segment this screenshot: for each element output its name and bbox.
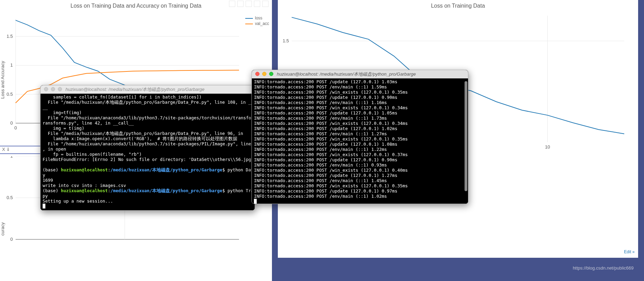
close-icon[interactable] [255,72,259,76]
terminal-left-titlebar[interactable]: huzixuan@localhost: /media/huzixuan/本地磁盘… [41,85,255,94]
svg-text:1: 1 [10,156,13,159]
svg-text:1.5: 1.5 [7,34,13,39]
terminal-left-body[interactable]: samples = collate_fn([dataset[i] for i i… [41,94,255,211]
terminal-right[interactable]: huzixuan@localhost: /media/huzixuan/本地磁盘… [252,70,468,204]
svg-text:curacy: curacy [0,222,5,236]
svg-text:1.5: 1.5 [283,38,289,43]
plotly-toolbar[interactable] [229,1,268,7]
svg-text:10: 10 [545,144,550,150]
maximize-icon[interactable] [58,87,62,91]
terminal-left[interactable]: huzixuan@localhost: /media/huzixuan/本地磁盘… [40,85,255,211]
scrollbar[interactable] [465,81,467,191]
svg-text:Loss and Accuracy: Loss and Accuracy [0,61,5,99]
watermark: https://blog.csdn.net/public669 [573,265,634,271]
terminal-right-titlebar[interactable]: huzixuan@localhost: /media/huzixuan/本地磁盘… [252,70,468,78]
minimize-icon[interactable] [262,72,266,76]
edit-link[interactable]: Edit » [624,249,635,254]
terminal-right-body[interactable]: INFO:tornado.access:200 POST /update (12… [252,78,468,204]
maximize-icon[interactable] [269,72,273,76]
svg-text:1: 1 [10,62,13,68]
close-icon[interactable] [44,87,48,91]
terminal-title-text: huzixuan@localhost: /media/huzixuan/本地磁盘… [277,71,416,77]
svg-text:0: 0 [10,120,13,126]
svg-text:0.5: 0.5 [7,92,13,97]
terminal-title-text: huzixuan@localhost: /media/huzixuan/本地磁盘… [65,87,204,92]
right-chart-title: Loss on Training Data [278,3,638,9]
svg-text:0: 0 [10,237,13,242]
ruler-label: X ⇓ [2,147,10,152]
svg-text:0: 0 [14,125,17,130]
minimize-icon[interactable] [51,87,55,91]
svg-text:0.5: 0.5 [7,195,13,200]
